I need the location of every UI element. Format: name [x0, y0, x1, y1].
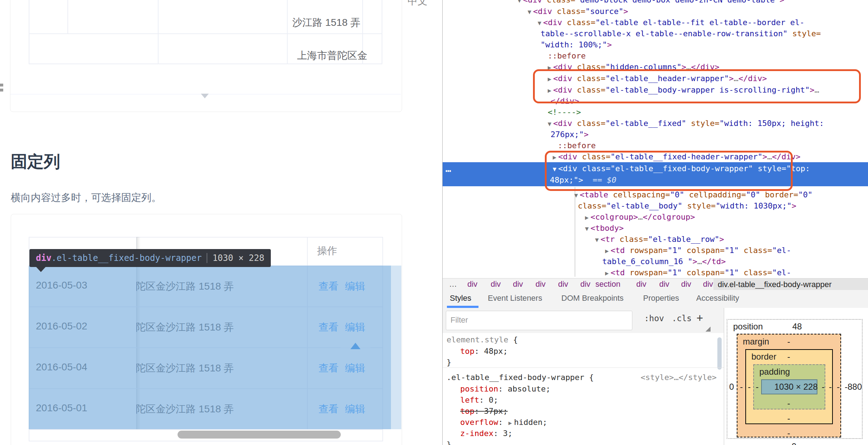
breadcrumb-item[interactable]: div	[636, 280, 646, 289]
grid-line	[287, 0, 288, 64]
expand-arrow-icon: ▼	[585, 225, 590, 232]
grid-line	[29, 33, 382, 34]
boxmodel-content-size: 1030 × 228	[774, 382, 818, 392]
breadcrumb-item[interactable]: div	[536, 280, 546, 289]
tree-node[interactable]: table--scrollable-x el-table--enable-row…	[541, 28, 821, 39]
tree-node[interactable]: ▼<tr class="el-table__row">	[595, 234, 724, 245]
boxmodel-value: -	[822, 382, 825, 392]
css-declaration[interactable]: overflow: ▶hidden;	[460, 418, 547, 427]
expand-arrow-icon: ▶	[605, 247, 610, 254]
boxmodel-value: -	[787, 413, 790, 423]
styles-filter-bar: Filter :hov .cls +	[443, 308, 724, 333]
grid-line	[29, 237, 383, 238]
expand-arrow-icon: ▶	[585, 214, 590, 221]
breadcrumb-item[interactable]: div	[513, 280, 523, 289]
breadcrumb-item[interactable]: div	[659, 280, 669, 289]
tree-node[interactable]: ▶<colgroup>…</colgroup>	[585, 211, 695, 223]
expand-arrow-icon: ▶	[605, 270, 610, 277]
breadcrumb-item[interactable]: div	[467, 280, 477, 289]
tooltip-dimensions: 1030 × 228	[212, 253, 264, 263]
horizontal-scrollbar-thumb[interactable]	[178, 431, 341, 439]
tab-accessibility[interactable]: Accessibility	[696, 294, 739, 303]
expand-arrow-icon: ▼	[574, 192, 580, 199]
css-declaration[interactable]: left: 0;	[460, 395, 498, 404]
css-source-link[interactable]: <style>…</style>	[641, 373, 717, 382]
tree-node[interactable]: class="el-table__body" style="width: 103…	[578, 200, 796, 211]
tree-node[interactable]: ▼<tbody>	[585, 222, 624, 234]
tab-properties[interactable]: Properties	[643, 294, 679, 303]
annotation-box-wrappers	[533, 69, 861, 103]
tooltip-arrow	[36, 267, 46, 272]
grid-line	[29, 0, 29, 64]
hover-state-button[interactable]: :hov	[644, 314, 664, 323]
tree-node[interactable]: <!---->	[548, 107, 581, 118]
boxmodel-position-bottom: 0	[792, 441, 796, 445]
grid-line	[29, 429, 383, 430]
css-declaration[interactable]: top: 37px;	[460, 407, 508, 416]
breadcrumb-item[interactable]: div	[580, 280, 590, 289]
breadcrumb-item[interactable]: …	[449, 280, 457, 289]
collapse-caret-icon[interactable]	[201, 94, 209, 98]
table-cell-text: 上海市普陀区金	[297, 49, 367, 62]
breadcrumb-selected[interactable]: div.el-table__fixed-body-wrapper	[713, 278, 868, 290]
styles-pane: element.style {top: 48px;}.el-table__fix…	[443, 333, 724, 445]
boxmodel-label-margin: margin	[743, 337, 769, 347]
tree-node[interactable]: ▼<div class="source">	[528, 6, 628, 18]
column-header-operation: 操作	[317, 244, 337, 258]
boxmodel-value: -	[787, 352, 790, 362]
resize-corner-icon	[706, 327, 711, 332]
docs-page: 指南组件资源2.4.8中文 沙江路 1518 弄 上海市普陀区金 固定列 横向内…	[0, 0, 442, 445]
grid-line	[29, 441, 383, 441]
expand-arrow-icon: ▼	[538, 19, 543, 27]
expand-arrow-icon: ▼	[518, 0, 523, 4]
css-declaration[interactable]: position: absolute;	[460, 384, 551, 393]
tab-event-listeners[interactable]: Event Listeners	[488, 294, 542, 303]
tab-dom-breakpoints[interactable]: DOM Breakpoints	[561, 294, 624, 303]
filter-placeholder: Filter	[450, 315, 468, 325]
expand-value-arrow-icon: ▶	[508, 420, 514, 426]
breadcrumb-item[interactable]: div	[703, 280, 713, 289]
boxmodel-label-border: border	[751, 352, 776, 362]
breadcrumb-item[interactable]: div	[491, 280, 501, 289]
expand-arrow-icon: ▼	[548, 120, 553, 127]
boxmodel-value: -	[740, 382, 743, 392]
tooltip-class: .el-table__fixed-body-wrapper	[51, 253, 202, 263]
class-toggle-button[interactable]: .cls	[672, 314, 692, 323]
tree-node[interactable]: ::before	[558, 140, 596, 151]
section-description: 横向内容过多时，可选择固定列。	[11, 191, 161, 205]
tree-node[interactable]: 276px;">	[551, 129, 589, 140]
boxmodel-value: -	[837, 382, 840, 392]
tree-node[interactable]: "width: 100%;">	[541, 39, 612, 50]
tab-styles[interactable]: Styles	[450, 294, 471, 303]
tree-node[interactable]: table_6_column_16 ">…</td>	[602, 256, 726, 267]
breadcrumb-item[interactable]: section	[595, 280, 621, 289]
breadcrumb-item[interactable]: div	[558, 280, 568, 289]
edge-artifact	[0, 89, 3, 92]
css-selector[interactable]: .el-table__fixed-body-wrapper {	[447, 373, 594, 382]
css-selector[interactable]: element.style {	[447, 335, 518, 344]
expand-arrow-icon: ▼	[528, 8, 533, 15]
styles-scrollbar-thumb[interactable]	[717, 337, 722, 370]
tree-node[interactable]: ▼<div class="demo-block demo-box demo-zh…	[518, 0, 784, 6]
boxmodel-label-position: position	[733, 322, 763, 332]
nav-item-中文[interactable]: 中文	[407, 0, 428, 6]
tree-node[interactable]: ▼<div class="el-table__fixed" style="wid…	[548, 118, 824, 130]
grid-line	[29, 64, 382, 64]
tree-node[interactable]: ▼<div class="el-table el-table--fit el-t…	[538, 17, 805, 29]
css-declaration[interactable]: top: 48px;	[460, 347, 508, 356]
tree-node[interactable]: ::before	[548, 50, 586, 61]
breadcrumb-item[interactable]: div	[681, 280, 691, 289]
edge-artifact	[0, 84, 3, 86]
inspect-highlight-overlay	[29, 266, 391, 429]
grid-line	[158, 0, 159, 64]
tree-node[interactable]: ▶<td rowspan="1" colspan="1" class="el-	[605, 267, 791, 279]
css-declaration[interactable]: z-index: 3;	[460, 429, 513, 438]
table-cell-text: 沙江路 1518 弄	[292, 16, 360, 29]
filter-input[interactable]: Filter	[446, 311, 632, 330]
boxmodel-value: -	[829, 382, 832, 392]
css-close-brace: }	[447, 358, 451, 367]
box-model-pane: position48margin-border-padding1030 × 22…	[724, 308, 868, 445]
tree-node[interactable]: ▶<td rowspan="1" colspan="1" class="el-	[605, 245, 791, 257]
new-style-rule-button[interactable]: +	[697, 312, 703, 324]
boxmodel-value: -	[787, 398, 790, 408]
